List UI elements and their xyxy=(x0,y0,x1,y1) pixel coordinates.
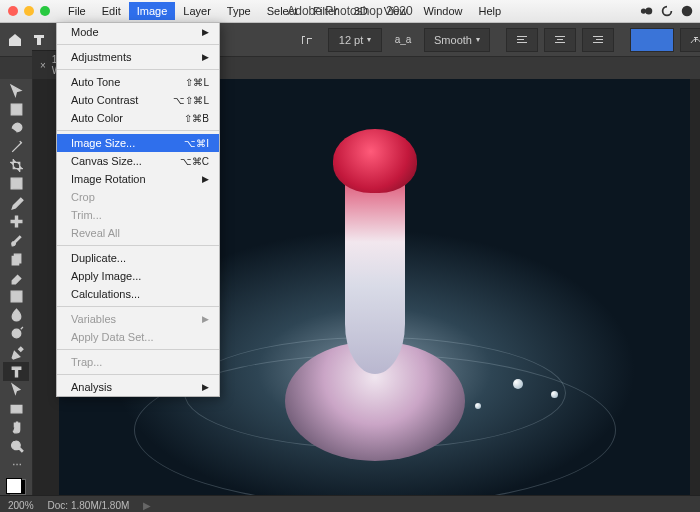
warp-text-button[interactable] xyxy=(680,28,700,52)
menu-item-trap: Trap... xyxy=(57,353,219,371)
menu-item-image-size[interactable]: Image Size...⌥⌘I xyxy=(57,134,219,152)
sync-icon xyxy=(660,4,674,18)
menu-file[interactable]: File xyxy=(60,2,94,20)
menu-3d[interactable]: 3D xyxy=(346,2,376,20)
menu-item-canvas-size[interactable]: Canvas Size...⌥⌘C xyxy=(57,152,219,170)
tool-hand[interactable] xyxy=(3,418,29,437)
menu-item-calculations[interactable]: Calculations... xyxy=(57,285,219,303)
menu-type[interactable]: Type xyxy=(219,2,259,20)
tool-eyedropper[interactable] xyxy=(3,193,29,212)
menu-item-auto-contrast[interactable]: Auto Contrast⌥⇧⌘L xyxy=(57,91,219,109)
svg-point-2 xyxy=(682,6,693,17)
font-size-value: 12 pt xyxy=(339,34,363,46)
foreground-color-swatch[interactable] xyxy=(6,478,22,494)
align-right-button[interactable] xyxy=(582,28,614,52)
menu-layer[interactable]: Layer xyxy=(175,2,219,20)
tool-move[interactable] xyxy=(3,81,29,100)
tool-dodge[interactable] xyxy=(3,324,29,343)
menu-item-reveal-all: Reveal All xyxy=(57,224,219,242)
menu-filter[interactable]: Filter xyxy=(305,2,345,20)
align-left-button[interactable] xyxy=(506,28,538,52)
menu-item-crop: Crop xyxy=(57,188,219,206)
tool-pen[interactable] xyxy=(3,343,29,362)
titlebar-right-icons xyxy=(640,4,694,18)
font-size-icon[interactable] xyxy=(292,29,322,51)
cloud-status-icon xyxy=(640,4,654,18)
status-arrow-icon[interactable]: ▶ xyxy=(143,500,151,511)
tool-lasso[interactable] xyxy=(3,118,29,137)
notify-icon xyxy=(680,4,694,18)
tool-type[interactable] xyxy=(3,362,29,381)
tool-healing[interactable] xyxy=(3,212,29,231)
tool-clone[interactable] xyxy=(3,249,29,268)
status-bar: 200% Doc: 1.80M/1.80M ▶ xyxy=(0,495,700,512)
anti-alias-value: Smooth xyxy=(434,34,472,46)
align-center-button[interactable] xyxy=(544,28,576,52)
tool-rectangle[interactable] xyxy=(3,399,29,418)
menu-edit[interactable]: Edit xyxy=(94,2,129,20)
app-menubar: FileEditImageLayerTypeSelectFilter3DView… xyxy=(60,2,509,20)
tool-more[interactable] xyxy=(3,455,29,474)
window-controls xyxy=(8,6,50,16)
tool-blur[interactable] xyxy=(3,306,29,325)
tab-close-icon[interactable]: × xyxy=(40,60,46,71)
tool-magic-wand[interactable] xyxy=(3,137,29,156)
close-window-icon[interactable] xyxy=(8,6,18,16)
tool-zoom[interactable] xyxy=(3,437,29,456)
tool-crop[interactable] xyxy=(3,156,29,175)
menu-item-image-rotation[interactable]: Image Rotation▶ xyxy=(57,170,219,188)
tool-gradient[interactable] xyxy=(3,287,29,306)
tool-frame[interactable] xyxy=(3,175,29,194)
svg-point-1 xyxy=(645,8,652,15)
tool-eraser[interactable] xyxy=(3,268,29,287)
font-size-field[interactable]: 12 pt▾ xyxy=(328,28,382,52)
text-color-swatch[interactable] xyxy=(630,28,674,52)
menu-image[interactable]: Image xyxy=(129,2,176,20)
menu-item-auto-color[interactable]: Auto Color⇧⌘B xyxy=(57,109,219,127)
menu-item-duplicate[interactable]: Duplicate... xyxy=(57,249,219,267)
menu-help[interactable]: Help xyxy=(471,2,510,20)
menu-select[interactable]: Select xyxy=(259,2,306,20)
menu-item-variables: Variables▶ xyxy=(57,310,219,328)
menu-view[interactable]: View xyxy=(376,2,416,20)
zoom-window-icon[interactable] xyxy=(40,6,50,16)
menu-item-mode[interactable]: Mode▶ xyxy=(57,23,219,41)
tool-marquee-rect[interactable] xyxy=(3,100,29,119)
menu-item-analysis[interactable]: Analysis▶ xyxy=(57,378,219,396)
color-swatches[interactable] xyxy=(6,478,26,495)
tool-path-select[interactable] xyxy=(3,381,29,400)
mac-titlebar: FileEditImageLayerTypeSelectFilter3DView… xyxy=(0,0,700,23)
doc-size[interactable]: Doc: 1.80M/1.80M xyxy=(48,500,130,511)
menu-item-apply-data-set: Apply Data Set... xyxy=(57,328,219,346)
menu-item-auto-tone[interactable]: Auto Tone⇧⌘L xyxy=(57,73,219,91)
menu-item-apply-image[interactable]: Apply Image... xyxy=(57,267,219,285)
image-menu-dropdown: Mode▶Adjustments▶Auto Tone⇧⌘LAuto Contra… xyxy=(56,22,220,397)
home-icon[interactable] xyxy=(6,26,24,54)
toolbox xyxy=(0,79,33,495)
minimize-window-icon[interactable] xyxy=(24,6,34,16)
anti-alias-select[interactable]: Smooth▾ xyxy=(424,28,490,52)
menu-window[interactable]: Window xyxy=(415,2,470,20)
menu-item-trim: Trim... xyxy=(57,206,219,224)
menu-item-adjustments[interactable]: Adjustments▶ xyxy=(57,48,219,66)
tool-brush[interactable] xyxy=(3,231,29,250)
anti-alias-label: a_a xyxy=(388,29,418,51)
zoom-level[interactable]: 200% xyxy=(8,500,34,511)
